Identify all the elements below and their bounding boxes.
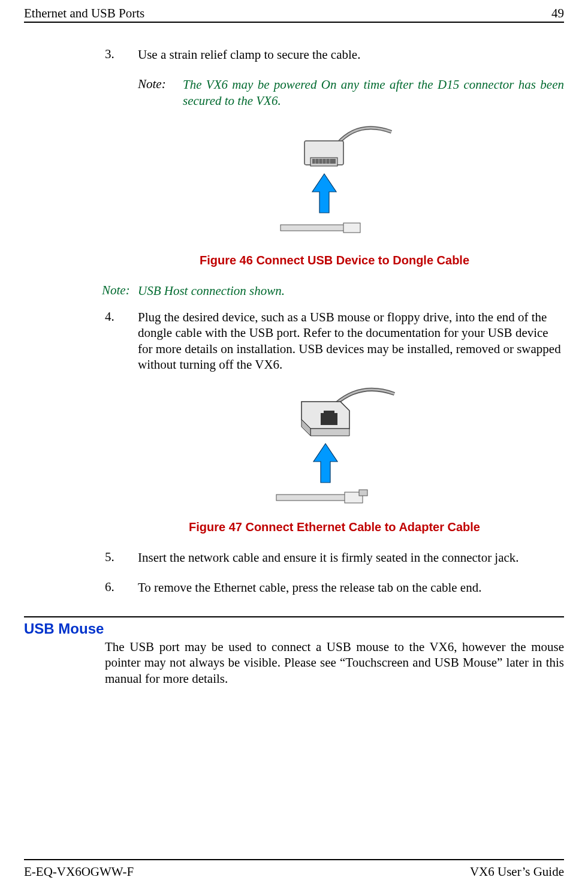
- header-left: Ethernet and USB Ports: [24, 6, 144, 21]
- list-number: 6.: [105, 580, 138, 595]
- figure-46: [105, 123, 564, 246]
- svg-rect-10: [343, 223, 360, 233]
- list-body: Insert the network cable and ensure it i…: [138, 550, 564, 565]
- list-body: Plug the desired device, such as a USB m…: [138, 309, 564, 372]
- footer-left: E-EQ-VX6OGWW-F: [24, 864, 134, 879]
- note-body: USB Host connection shown.: [138, 283, 564, 299]
- svg-rect-3: [312, 159, 336, 164]
- svg-rect-18: [359, 490, 367, 496]
- page-header: Ethernet and USB Ports 49: [24, 6, 564, 21]
- note-label: Note:: [102, 283, 138, 299]
- figure-46-caption: Figure 46 Connect USB Device to Dongle C…: [105, 254, 564, 267]
- page-footer: E-EQ-VX6OGWW-F VX6 User’s Guide: [24, 864, 564, 879]
- footer-right: VX6 User’s Guide: [470, 864, 564, 879]
- svg-rect-16: [276, 495, 348, 501]
- list-item-6: 6. To remove the Ethernet cable, press t…: [105, 580, 564, 595]
- list-number: 5.: [105, 550, 138, 565]
- main-content: 3. Use a strain relief clamp to secure t…: [105, 47, 564, 602]
- figure-47-caption: Figure 47 Connect Ethernet Cable to Adap…: [105, 520, 564, 534]
- svg-rect-15: [324, 411, 334, 414]
- figure-47: [105, 387, 564, 513]
- ethernet-to-adapter-icon: [266, 387, 403, 510]
- footer-rule: [24, 859, 564, 860]
- list-body: To remove the Ethernet cable, press the …: [138, 580, 564, 595]
- heading-usb-mouse: USB Mouse: [24, 620, 104, 637]
- list-number: 4.: [105, 309, 138, 372]
- header-page-number: 49: [551, 6, 564, 21]
- page: Ethernet and USB Ports 49 3. Use a strai…: [0, 0, 588, 895]
- svg-marker-12: [310, 429, 349, 436]
- list-item-5: 5. Insert the network cable and ensure i…: [105, 550, 564, 565]
- svg-rect-14: [321, 413, 337, 425]
- note-poweron: Note: The VX6 may be powered On any time…: [138, 77, 564, 109]
- note-usb-host: Note: USB Host connection shown.: [105, 283, 564, 299]
- svg-rect-9: [281, 225, 346, 231]
- list-item-3: 3. Use a strain relief clamp to secure t…: [105, 47, 564, 62]
- list-item-4: 4. Plug the desired device, such as a US…: [105, 309, 564, 372]
- header-rule: [24, 22, 564, 23]
- usb-to-dongle-icon: [269, 123, 400, 243]
- note-body: The VX6 may be powered On any time after…: [183, 77, 564, 109]
- list-body: Use a strain relief clamp to secure the …: [138, 47, 564, 62]
- note-label: Note:: [138, 77, 183, 109]
- section-body-usb-mouse: The USB port may be used to connect a US…: [105, 639, 564, 686]
- section-rule: [24, 616, 564, 617]
- list-number: 3.: [105, 47, 138, 62]
